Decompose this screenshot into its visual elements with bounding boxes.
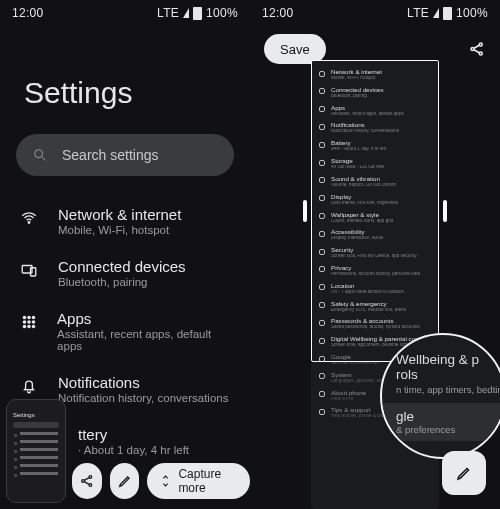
- mini-icon: [319, 356, 325, 362]
- row-title: Connected devices: [58, 258, 186, 275]
- mini-icon: [319, 338, 325, 344]
- bell-icon: [20, 377, 38, 395]
- mini-row: Storage49 GB used - 121 GB free: [317, 155, 433, 173]
- status-right: LTE 100%: [157, 6, 238, 20]
- svg-point-7: [32, 316, 34, 318]
- capture-more-label: Capture more: [178, 467, 238, 495]
- battery-icon: [443, 7, 452, 20]
- mini-icon: [319, 213, 325, 219]
- scroll-preview: Network & internetMobile, Wi-Fi, hotspot…: [250, 60, 500, 509]
- mini-icon: [319, 71, 325, 77]
- share-button[interactable]: [72, 463, 102, 499]
- row-sub: Bluetooth, pairing: [58, 276, 186, 288]
- svg-line-18: [84, 482, 89, 485]
- mini-icon: [319, 302, 325, 308]
- status-right: LTE 100%: [407, 6, 488, 20]
- mini-sub: Mobile, Wi-Fi, hotspot: [331, 76, 431, 81]
- lens-band2: & preferences: [396, 424, 500, 435]
- mini-row: Passwords & accountsSaved passwords, aut…: [317, 315, 433, 333]
- lens-line1: Wellbeing & p: [396, 352, 500, 367]
- mini-icon: [319, 391, 325, 397]
- svg-point-10: [32, 321, 34, 323]
- phone-right: 12:00 LTE 100% Save Network & internetMo…: [250, 0, 500, 509]
- mini-title: Location: [331, 283, 431, 290]
- row-apps[interactable]: AppsAssistant, recent apps, default apps: [4, 300, 246, 364]
- status-bar: 12:00 LTE 100%: [250, 0, 500, 26]
- mini-icon: [319, 142, 325, 148]
- svg-point-15: [89, 476, 92, 479]
- mini-sub: Notification history, conversations: [331, 129, 431, 134]
- row-connected[interactable]: Connected devicesBluetooth, pairing: [4, 248, 246, 300]
- mini-icon: [319, 160, 325, 166]
- mini-sub: Permissions, account activity, personal …: [331, 272, 431, 277]
- status-bar: 12:00 LTE 100%: [0, 0, 250, 26]
- mini-row: Safety & emergencyEmergency SOS, medical…: [317, 298, 433, 316]
- mini-title: Notifications: [331, 122, 431, 129]
- row-sub: Assistant, recent apps, default apps: [57, 328, 232, 352]
- search-bar[interactable]: Search settings: [16, 134, 234, 176]
- battery-icon: [193, 7, 202, 20]
- mini-title: Storage: [331, 158, 431, 165]
- save-label: Save: [280, 42, 310, 57]
- svg-line-22: [474, 45, 479, 48]
- svg-point-0: [35, 150, 43, 158]
- svg-point-9: [27, 321, 29, 323]
- mini-sub: 49 GB used - 121 GB free: [331, 165, 431, 170]
- search-placeholder: Search settings: [62, 147, 159, 163]
- status-time: 12:00: [12, 6, 44, 20]
- capture-more-button[interactable]: Capture more: [147, 463, 250, 499]
- svg-line-17: [84, 478, 89, 481]
- mini-row: Wallpaper & styleColors, themed icons, a…: [317, 209, 433, 227]
- expand-icon: [159, 473, 172, 489]
- status-time: 12:00: [262, 6, 294, 20]
- mini-icon: [319, 320, 325, 326]
- lens-sub: n time, app timers, bedtim: [396, 384, 500, 395]
- mini-row: AppsAssistant, recent apps, default apps: [317, 102, 433, 120]
- mini-sub: Bluetooth, pairing: [331, 94, 431, 99]
- mini-row: AccessibilityDisplay, interaction, audio: [317, 226, 433, 244]
- row-title: Notifications: [58, 374, 228, 391]
- lens-band1: gle: [396, 409, 500, 424]
- svg-point-16: [89, 484, 92, 487]
- svg-point-5: [23, 316, 25, 318]
- status-battery: 100%: [456, 6, 488, 20]
- mini-sub: Assistant, recent apps, default apps: [331, 112, 431, 117]
- share-icon[interactable]: [468, 40, 486, 58]
- mini-sub: Saved passwords, autofill, synced accoun…: [331, 325, 431, 330]
- mini-row: NotificationsNotification history, conve…: [317, 119, 433, 137]
- edit-fab[interactable]: [442, 451, 486, 495]
- screenshot-thumbnail[interactable]: Settings: [6, 399, 66, 503]
- svg-point-14: [82, 480, 85, 483]
- svg-point-12: [27, 325, 29, 327]
- status-lte: LTE: [407, 6, 429, 20]
- mini-title: Apps: [331, 105, 431, 112]
- svg-point-19: [471, 48, 474, 51]
- svg-point-11: [23, 325, 25, 327]
- mini-icon: [319, 409, 325, 415]
- signal-icon: [433, 8, 439, 18]
- mini-sub: Display, interaction, audio: [331, 236, 431, 241]
- mini-icon: [319, 177, 325, 183]
- row-title: ttery: [78, 426, 189, 443]
- mini-row: LocationOn - 7 apps have access to locat…: [317, 280, 433, 298]
- mini-sub: Screen lock, Find My Device, app securit…: [331, 254, 431, 259]
- mini-sub: Dark theme, font size, brightness: [331, 201, 431, 206]
- mini-title: Privacy: [331, 265, 431, 272]
- svg-line-1: [42, 157, 45, 160]
- mini-sub: Colors, themed icons, app grid: [331, 219, 431, 224]
- row-network[interactable]: Network & internetMobile, Wi-Fi, hotspot: [4, 196, 246, 248]
- row-sub: Mobile, Wi-Fi, hotspot: [58, 224, 181, 236]
- svg-point-13: [32, 325, 34, 327]
- edit-button[interactable]: [110, 463, 140, 499]
- share-icon: [79, 473, 95, 489]
- mini-title: Connected devices: [331, 87, 431, 94]
- mini-row: Battery94% - About 1 day, 4 hr left: [317, 137, 433, 155]
- mini-icon: [319, 88, 325, 94]
- mini-title: Wallpaper & style: [331, 212, 431, 219]
- mini-icon: [319, 124, 325, 130]
- mini-title: Accessibility: [331, 229, 431, 236]
- phone-left: 12:00 LTE 100% Settings Search settings …: [0, 0, 250, 509]
- mini-title: Sound & vibration: [331, 176, 431, 183]
- page-title: Settings: [0, 26, 250, 134]
- mini-icon: [319, 284, 325, 290]
